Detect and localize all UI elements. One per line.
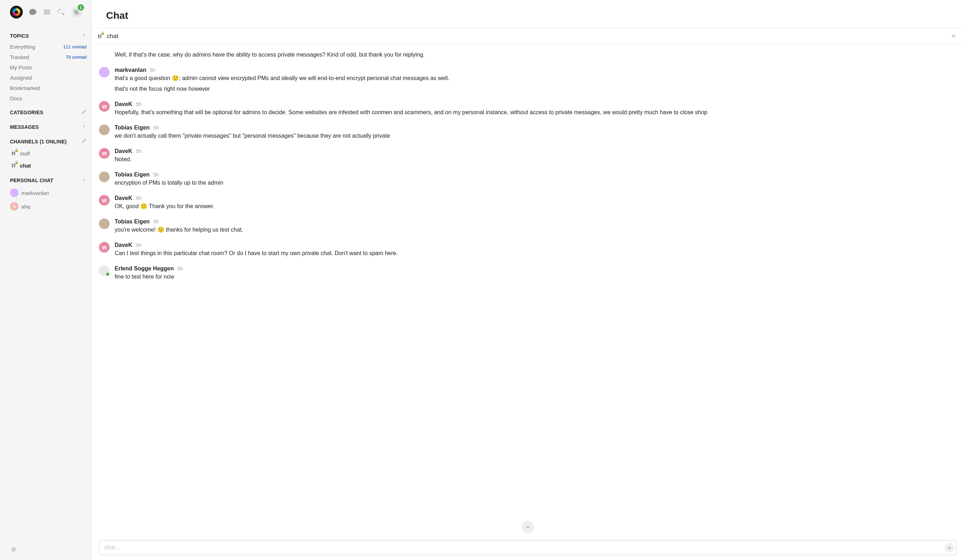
- svg-line-10: [98, 34, 99, 39]
- message-meta: Tobias Eigen5h: [115, 172, 956, 178]
- section-messages-header: MESSAGES: [10, 124, 86, 130]
- topic-row[interactable]: Assigned: [10, 73, 86, 83]
- message-body: Erlend Sogge Heggen5hfine to test here f…: [115, 265, 956, 283]
- message-body: Tobias Eigen5hyou're welcome! 🙂 thanks f…: [115, 218, 956, 236]
- message-avatar[interactable]: [99, 218, 110, 229]
- message-author[interactable]: markvanlan: [115, 67, 146, 73]
- section-title: CHANNELS (1 ONLINE): [10, 139, 67, 144]
- message-text: Well, if that's the case, why do admins …: [115, 50, 956, 59]
- section-channels-header: CHANNELS (1 ONLINE): [10, 138, 86, 144]
- add-personal-chat-button[interactable]: [81, 177, 86, 183]
- message-avatar[interactable]: W: [99, 148, 110, 159]
- message-avatar[interactable]: W: [99, 242, 110, 253]
- message-author[interactable]: DaveK: [115, 148, 132, 154]
- composer-add-button[interactable]: ＋: [944, 542, 954, 552]
- message-time: 5h: [150, 67, 156, 73]
- hash-icon: 🔒: [10, 150, 17, 157]
- close-channel-button[interactable]: ✕: [951, 32, 956, 40]
- section-title: CATEGORIES: [10, 110, 44, 115]
- chat-input[interactable]: [104, 544, 944, 551]
- personal-chat-row[interactable]: markvanlan: [10, 186, 86, 200]
- message-meta: DaveK5h: [115, 148, 956, 154]
- chat-message: Tobias Eigen5hyou're welcome! 🙂 thanks f…: [99, 216, 956, 239]
- topic-row[interactable]: Tracked79 unread: [10, 52, 86, 62]
- edit-categories-button[interactable]: [81, 109, 86, 115]
- topic-row[interactable]: Docs: [10, 93, 86, 104]
- message-text: encryption of PMs is totally up to the a…: [115, 179, 956, 187]
- channel-bar: 🔒 chat ✕: [92, 28, 964, 45]
- section-title: PERSONAL CHAT: [10, 177, 54, 183]
- message-text: we don't actually call them "private mes…: [115, 131, 956, 140]
- avatar: [10, 188, 18, 197]
- message-author[interactable]: DaveK: [115, 242, 132, 248]
- avatar: A: [10, 202, 18, 211]
- message-body: DaveK5hCan I test things in this particu…: [115, 242, 956, 260]
- message-meta: DaveK5h: [115, 101, 956, 107]
- message-text: Can I test things in this particular cha…: [115, 249, 956, 258]
- sidebar-footer: [10, 543, 86, 557]
- message-author[interactable]: DaveK: [115, 195, 132, 201]
- chat-message: markvanlan5hthat's a good question 🙂; ad…: [99, 64, 956, 98]
- message-author[interactable]: Tobias Eigen: [115, 172, 150, 178]
- topic-label: Docs: [10, 95, 22, 101]
- message-avatar[interactable]: [99, 265, 110, 276]
- add-message-button[interactable]: [81, 124, 86, 130]
- hamburger-icon[interactable]: [43, 8, 51, 16]
- edit-channels-button[interactable]: [81, 138, 86, 144]
- message-text: OK, good 🙂 Thank you for the answer.: [115, 202, 956, 211]
- message-avatar[interactable]: W: [99, 101, 110, 112]
- message-meta: Tobias Eigen5h: [115, 218, 956, 225]
- message-body: Tobias Eigen5hwe don't actually call the…: [115, 125, 956, 142]
- lock-icon: 🔒: [15, 161, 18, 164]
- topic-label: Everything: [10, 44, 35, 50]
- topic-unread-count: 111 unread: [63, 44, 86, 49]
- user-avatar[interactable]: 🐘 1: [71, 6, 83, 18]
- message-author[interactable]: Erlend Sogge Heggen: [115, 265, 174, 272]
- personal-chat-row[interactable]: Aahq: [10, 200, 86, 213]
- chat-message: WWell, if that's the case, why do admins…: [99, 48, 956, 64]
- hash-icon: 🔒: [10, 162, 17, 169]
- message-body: markvanlan5hthat's a good question 🙂; ad…: [115, 67, 956, 95]
- topic-row[interactable]: My Posts: [10, 62, 86, 73]
- svg-line-6: [12, 163, 13, 167]
- topic-row[interactable]: Bookmarked: [10, 83, 86, 93]
- message-author[interactable]: Tobias Eigen: [115, 125, 150, 131]
- message-time: 5h: [136, 195, 142, 201]
- message-avatar[interactable]: [99, 172, 110, 182]
- message-avatar[interactable]: [99, 125, 110, 135]
- message-time: 5h: [136, 101, 142, 107]
- personal-chat-label: ahq: [21, 203, 30, 209]
- topic-label: Assigned: [10, 75, 32, 81]
- topic-row[interactable]: Everything111 unread: [10, 42, 86, 52]
- section-title: MESSAGES: [10, 124, 39, 130]
- message-author[interactable]: DaveK: [115, 101, 132, 107]
- chat-message: Tobias Eigen5hencryption of PMs is total…: [99, 169, 956, 192]
- app-logo[interactable]: [10, 6, 23, 18]
- personal-chat-list: markvanlanAahq: [10, 186, 86, 213]
- channel-row-staff[interactable]: 🔒staff: [10, 147, 86, 159]
- topics-list: Everything111 unreadTracked79 unreadMy P…: [10, 42, 86, 104]
- channel-label: staff: [20, 151, 30, 157]
- chat-message: Erlend Sogge Heggen5hfine to test here f…: [99, 263, 956, 286]
- message-author[interactable]: Tobias Eigen: [115, 218, 150, 225]
- messages-pane[interactable]: WWell, if that's the case, why do admins…: [92, 45, 964, 537]
- message-avatar[interactable]: W: [99, 195, 110, 206]
- message-text: you're welcome! 🙂 thanks for helping us …: [115, 226, 956, 234]
- channel-row-chat[interactable]: 🔒chat: [10, 159, 86, 172]
- chat-icon[interactable]: [28, 8, 37, 16]
- search-icon[interactable]: [57, 8, 65, 16]
- settings-icon[interactable]: [10, 547, 16, 554]
- composer-area: ＋: [92, 537, 964, 560]
- page-title: Chat: [106, 10, 950, 21]
- channels-list: 🔒staff🔒chat: [10, 147, 86, 172]
- message-body: Tobias Eigen5hencryption of PMs is total…: [115, 172, 956, 189]
- composer: ＋: [99, 540, 957, 555]
- message-avatar[interactable]: [99, 67, 110, 78]
- sidebar: 🐘 1 TOPICS Everything111 unreadTracked79…: [0, 0, 92, 560]
- lock-icon: 🔒: [15, 148, 18, 152]
- message-body: Well, if that's the case, why do admins …: [115, 50, 956, 61]
- notification-badge: 1: [78, 4, 84, 11]
- main: Chat 🔒 chat ✕ WWell, if that's the case,…: [92, 0, 964, 560]
- add-topic-button[interactable]: [81, 33, 86, 39]
- scroll-to-bottom-button[interactable]: [522, 521, 534, 533]
